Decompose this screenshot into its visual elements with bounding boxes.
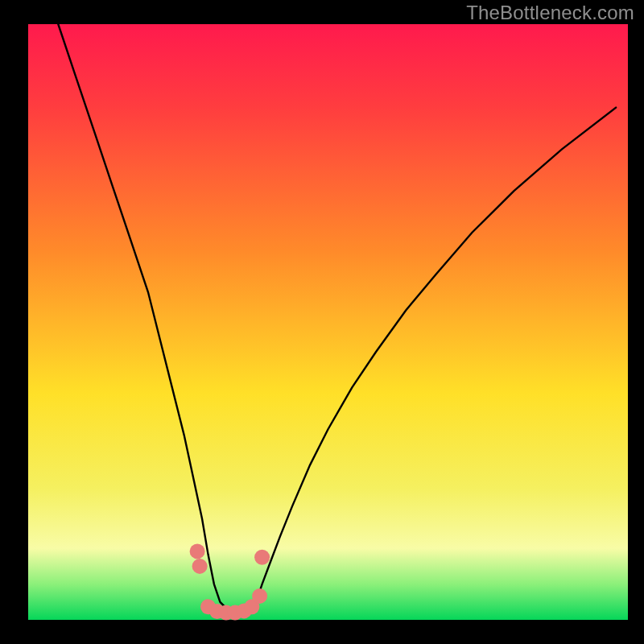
- watermark-text: TheBottleneck.com: [466, 2, 634, 24]
- marker-dot: [190, 543, 205, 559]
- marker-dot: [252, 588, 267, 604]
- chart-frame: { "watermark": "TheBottleneck.com", "col…: [0, 0, 644, 644]
- marker-dot: [192, 559, 208, 574]
- marker-dot: [254, 550, 270, 565]
- plot-background: [28, 24, 628, 620]
- bottleneck-chart: [0, 0, 644, 644]
